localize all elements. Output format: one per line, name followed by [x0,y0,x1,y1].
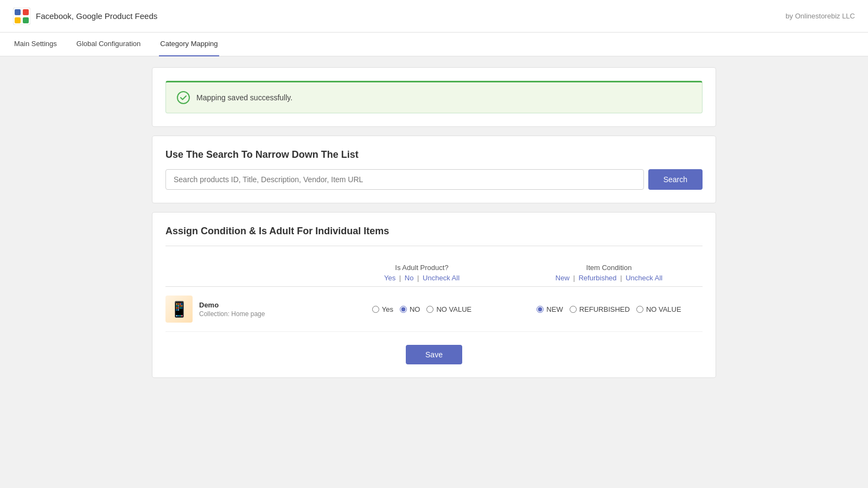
condition-col-title: Item Condition [515,264,703,272]
nav-global-configuration[interactable]: Global Configuration [75,33,142,56]
main-content: Mapping saved successfully. Use The Sear… [152,56,716,397]
svg-point-5 [177,92,189,104]
adult-no-label: NO [410,305,420,313]
app-icon [13,8,30,25]
adult-novalue-radio[interactable] [426,306,433,313]
top-bar: Facebook, Google Product Feeds by Online… [0,0,868,33]
adult-col-title: Is Adult Product? [328,264,515,272]
search-button[interactable]: Search [648,169,703,190]
condition-col-links: New | Refurbished | Uncheck All [515,274,703,282]
adult-yes-radio[interactable] [372,306,379,313]
product-thumbnail: 📱 [165,296,193,323]
product-name: Demo [199,301,265,309]
save-button[interactable]: Save [406,345,462,364]
condition-new-all-link[interactable]: New [556,274,570,282]
assign-title: Assign Condition & Is Adult For Individu… [165,226,703,237]
svg-rect-1 [15,9,21,15]
condition-new-radio[interactable] [537,306,544,313]
svg-rect-2 [23,9,29,15]
adult-yes-label: Yes [382,305,393,313]
condition-novalue-option[interactable]: NO VALUE [636,305,681,313]
condition-col-header: Item Condition New | Refurbished | Unche… [515,264,703,282]
adult-radio-group: Yes NO NO VALUE [328,305,515,313]
divider [165,246,703,246]
condition-novalue-label: NO VALUE [646,305,681,313]
table-row: 📱 Demo Collection: Home page Yes NO [165,287,703,332]
product-thumb-img: 📱 [165,296,193,323]
nav-category-mapping[interactable]: Category Mapping [159,33,219,56]
condition-radio-group: NEW REFURBISHED NO VALUE [515,305,703,313]
search-card: Use The Search To Narrow Down The List S… [152,136,716,203]
condition-new-label: NEW [546,305,563,313]
adult-uncheck-all-link[interactable]: Uncheck All [423,274,459,282]
adult-no-radio[interactable] [400,306,407,313]
nav-main-settings[interactable]: Main Settings [13,33,58,56]
app-title: Facebook, Google Product Feeds [36,11,157,21]
success-icon [177,91,190,104]
sep1: | [399,274,401,282]
search-title: Use The Search To Narrow Down The List [165,149,703,160]
save-row: Save [165,345,703,364]
table-header: Is Adult Product? Yes | No | Uncheck All… [165,259,703,287]
assign-card: Assign Condition & Is Adult For Individu… [152,212,716,378]
condition-new-option[interactable]: NEW [537,305,563,313]
adult-no-option[interactable]: NO [400,305,420,313]
adult-novalue-option[interactable]: NO VALUE [426,305,471,313]
sep4: | [620,274,622,282]
condition-refurbished-radio[interactable] [570,306,577,313]
success-banner: Mapping saved successfully. [165,81,703,113]
adult-col-header: Is Adult Product? Yes | No | Uncheck All [328,264,515,282]
success-message: Mapping saved successfully. [196,93,292,102]
svg-rect-3 [15,17,21,23]
condition-uncheck-all-link[interactable]: Uncheck All [626,274,662,282]
app-branding: Facebook, Google Product Feeds [13,8,157,25]
adult-novalue-label: NO VALUE [436,305,471,313]
condition-refurbished-label: REFURBISHED [579,305,630,313]
product-collection: Collection: Home page [199,310,265,318]
condition-refurbished-option[interactable]: REFURBISHED [570,305,630,313]
app-by: by Onlinestorebiz LLC [786,12,855,20]
sep3: | [573,274,575,282]
adult-col-links: Yes | No | Uncheck All [328,274,515,282]
product-info: 📱 Demo Collection: Home page [165,296,328,323]
svg-rect-4 [23,17,29,23]
condition-refurbished-all-link[interactable]: Refurbished [578,274,616,282]
search-row: Search [165,169,703,190]
adult-yes-all-link[interactable]: Yes [384,274,395,282]
product-details: Demo Collection: Home page [199,301,265,318]
adult-no-all-link[interactable]: No [405,274,414,282]
success-card: Mapping saved successfully. [152,67,716,127]
adult-yes-option[interactable]: Yes [372,305,393,313]
search-input[interactable] [165,169,644,190]
sep2: | [417,274,419,282]
condition-novalue-radio[interactable] [636,306,643,313]
nav-bar: Main Settings Global Configuration Categ… [0,33,868,56]
